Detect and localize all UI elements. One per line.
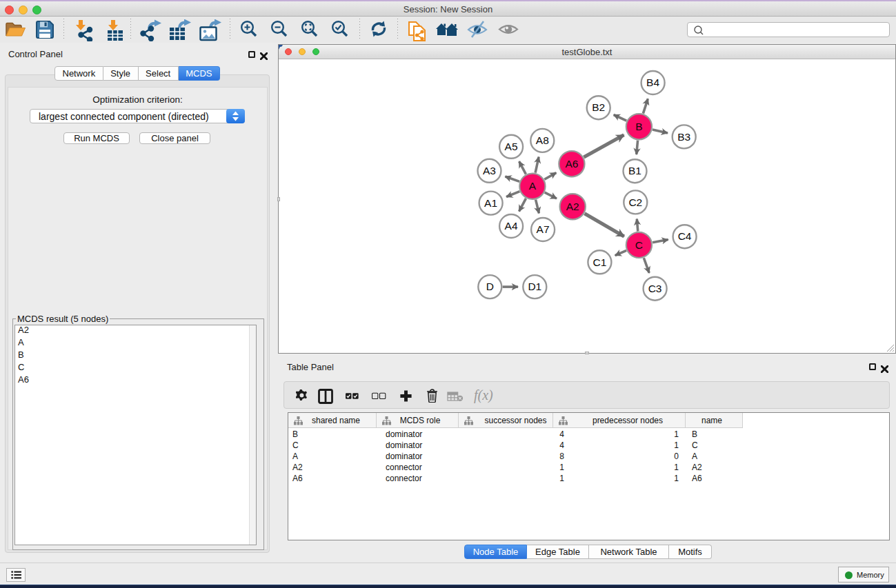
svg-text:D: D <box>486 281 494 292</box>
svg-text:A3: A3 <box>483 165 496 176</box>
svg-text:A4: A4 <box>505 220 518 232</box>
svg-text:A8: A8 <box>536 134 549 146</box>
svg-text:C4: C4 <box>678 230 692 242</box>
svg-text:A5: A5 <box>505 141 518 152</box>
svg-text:C1: C1 <box>593 256 606 268</box>
svg-text:A2: A2 <box>566 201 579 212</box>
svg-text:A: A <box>529 180 537 192</box>
svg-text:A6: A6 <box>565 158 578 170</box>
svg-text:C: C <box>635 239 643 251</box>
svg-text:B4: B4 <box>646 77 659 88</box>
svg-text:B3: B3 <box>677 131 690 143</box>
svg-text:B2: B2 <box>592 101 605 113</box>
svg-text:A1: A1 <box>484 197 497 209</box>
svg-text:D1: D1 <box>528 281 541 292</box>
svg-text:C2: C2 <box>628 196 642 208</box>
svg-text:C3: C3 <box>648 283 662 294</box>
svg-text:A7: A7 <box>537 223 550 235</box>
svg-text:B1: B1 <box>628 165 641 176</box>
svg-text:B: B <box>635 121 642 132</box>
